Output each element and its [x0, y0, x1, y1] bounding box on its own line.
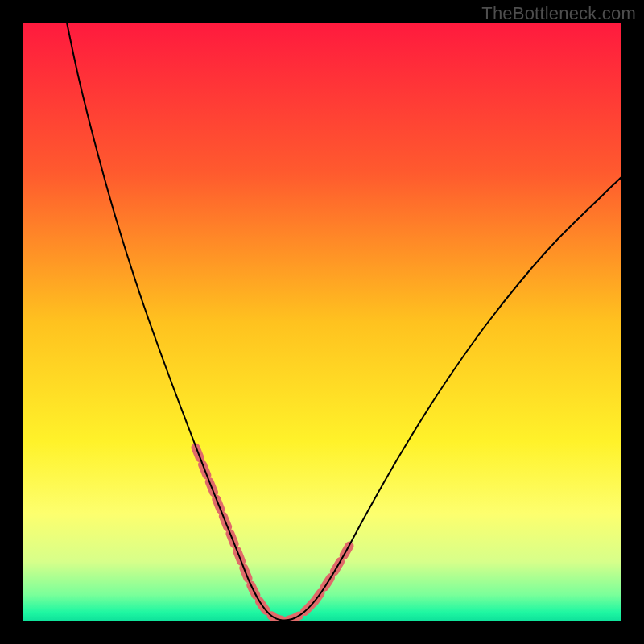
chart-frame: TheBottleneck.com: [0, 0, 644, 644]
chart-svg: [23, 23, 621, 621]
plot-area: [23, 23, 621, 621]
watermark-text: TheBottleneck.com: [481, 3, 636, 24]
gradient-background: [23, 23, 621, 621]
